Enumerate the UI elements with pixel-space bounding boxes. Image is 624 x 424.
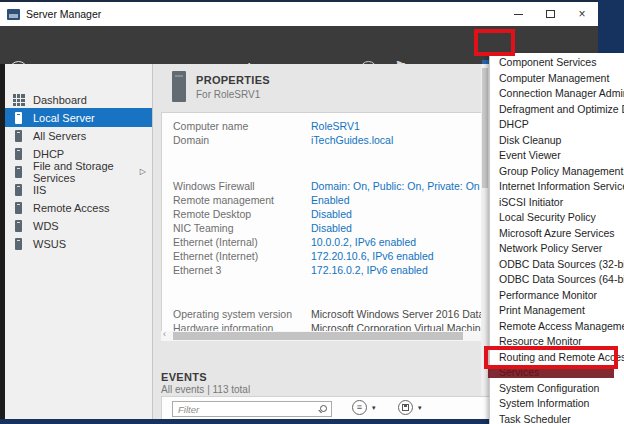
menu-item-odbc-32[interactable]: ODBC Data Sources (32-bit) — [490, 257, 624, 273]
save-query-button[interactable] — [398, 400, 413, 415]
expand-arrow-icon[interactable]: ▷ — [140, 167, 146, 176]
dashboard-icon — [13, 94, 25, 106]
events-filter — [172, 401, 332, 417]
filter-input[interactable] — [173, 402, 331, 416]
menu-item-odbc-64[interactable]: ODBC Data Sources (64-bit) — [490, 272, 624, 288]
close-icon: × — [578, 8, 585, 20]
file-storage-icon — [15, 166, 22, 178]
iis-icon — [15, 184, 22, 196]
wsus-icon — [15, 238, 22, 250]
properties-tile-icon — [172, 71, 186, 102]
property-row: Remote managementEnabled — [173, 194, 350, 206]
menu-lines-icon: ≡ — [357, 403, 362, 412]
maximize-icon — [546, 10, 555, 18]
property-row: Computer nameRoleSRV1 — [173, 120, 360, 132]
menu-item-group-policy[interactable]: Group Policy Management — [490, 164, 624, 180]
menu-item-dhcp[interactable]: DHCP — [490, 117, 624, 133]
menu-item-iis-manager[interactable]: Internet Information Services (IIS) Mana… — [490, 179, 624, 195]
events-title: EVENTS — [161, 371, 207, 383]
scrollbar-thumb[interactable] — [482, 68, 488, 188]
highlight-box-routing — [484, 346, 618, 369]
property-row: Ethernet 3172.16.0.2, IPv6 enabled — [173, 264, 428, 276]
properties-subtitle: For RoleSRV1 — [196, 89, 260, 100]
menu-item-component-services[interactable]: Component Services — [490, 55, 624, 71]
menu-item-remote-access-management[interactable]: Remote Access Management — [490, 319, 624, 335]
property-row: Windows FirewallDomain: On, Public: On, … — [173, 180, 480, 192]
search-icon — [320, 405, 327, 412]
queries-menu-button[interactable]: ≡ — [352, 400, 367, 415]
menu-item-network-policy-server[interactable]: Network Policy Server — [490, 241, 624, 257]
queries-caret-icon[interactable]: ▾ — [372, 404, 376, 412]
highlight-box-shadow — [488, 369, 614, 378]
minimize-button[interactable] — [502, 2, 534, 26]
highlight-box-tools — [474, 29, 515, 56]
menu-item-system-configuration[interactable]: System Configuration — [490, 381, 624, 397]
property-row: DomainiTechGuides.local — [173, 134, 393, 146]
menu-item-disk-cleanup[interactable]: Disk Cleanup — [490, 133, 624, 149]
wds-icon — [15, 220, 22, 232]
menu-item-performance-monitor[interactable]: Performance Monitor — [490, 288, 624, 304]
save-caret-icon[interactable]: ▾ — [418, 404, 422, 412]
menu-item-system-information[interactable]: System Information — [490, 396, 624, 412]
scrollbar-thumb[interactable] — [173, 332, 463, 340]
save-icon — [402, 404, 409, 411]
menu-item-print-management[interactable]: Print Management — [490, 303, 624, 319]
menu-item-connection-manager[interactable]: Connection Manager Administration Kit — [490, 86, 624, 102]
sidebar-item-remote-access[interactable]: Remote Access — [5, 198, 152, 217]
local-server-icon — [15, 112, 22, 124]
window-title: Server Manager — [26, 8, 101, 20]
horizontal-scrollbar[interactable]: ‹ — [161, 331, 489, 341]
scroll-left-icon[interactable]: ‹ — [163, 329, 166, 339]
sidebar-item-dashboard[interactable]: Dashboard — [5, 90, 152, 109]
dhcp-icon — [15, 148, 22, 160]
menu-item-event-viewer[interactable]: Event Viewer — [490, 148, 624, 164]
menu-item-azure-services[interactable]: Microsoft Azure Services — [490, 226, 624, 242]
sidebar-item-file-storage[interactable]: File and Storage Services ▷ — [5, 162, 152, 181]
sidebar-item-all-servers[interactable]: All Servers — [5, 126, 152, 145]
sidebar-item-local-server[interactable]: Local Server — [5, 108, 152, 127]
menu-item-task-scheduler[interactable]: Task Scheduler — [490, 412, 624, 424]
sidebar-item-wsus[interactable]: WSUS — [5, 234, 152, 253]
title-bar: Server Manager × — [0, 0, 598, 26]
all-servers-icon — [15, 130, 22, 142]
menu-item-local-security-policy[interactable]: Local Security Policy — [490, 210, 624, 226]
menu-item-computer-management[interactable]: Computer Management — [490, 71, 624, 87]
events-subtitle: All events | 113 total — [161, 384, 250, 395]
property-row: NIC TeamingDisabled — [173, 222, 352, 234]
sidebar: Dashboard Local Server All Servers DHCP … — [5, 64, 153, 419]
desktop: Server Manager × ← → ▾ Server Manager▸Lo… — [0, 0, 624, 424]
remote-access-icon — [15, 202, 22, 214]
property-row: Ethernet (Internal)10.0.0.2, IPv6 enable… — [173, 236, 416, 248]
maximize-button[interactable] — [534, 2, 566, 26]
close-button[interactable]: × — [566, 2, 598, 26]
menu-item-iscsi-initiator[interactable]: iSCSI Initiator — [490, 195, 624, 211]
minimize-icon — [514, 14, 523, 15]
server-manager-icon — [7, 9, 20, 20]
properties-title: PROPERTIES — [196, 74, 270, 86]
sidebar-item-iis[interactable]: IIS — [5, 180, 152, 199]
property-row: Ethernet (Internet)172.20.10.6, IPv6 ena… — [173, 250, 434, 262]
menu-item-defragment[interactable]: Defragment and Optimize Drives — [490, 102, 624, 118]
property-row: Remote DesktopDisabled — [173, 208, 352, 220]
sidebar-item-wds[interactable]: WDS — [5, 216, 152, 235]
